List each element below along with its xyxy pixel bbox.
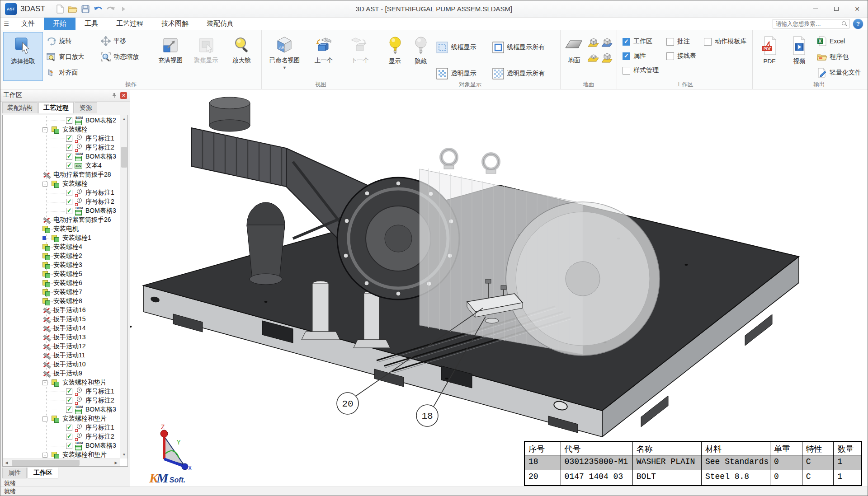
tree-item[interactable]: 序号标注1 [3,134,120,143]
open-file-button[interactable] [66,3,79,15]
tree-item[interactable]: 安装螺栓和垫片 [3,414,120,423]
checkbox-style-manager[interactable]: 样式管理 [623,66,665,75]
hide-button[interactable]: 隐藏 [409,32,433,81]
tab-resources[interactable]: 资源 [75,102,97,113]
tree-item[interactable]: 安装螺栓3 [3,261,120,270]
tree-checkbox[interactable] [66,208,72,214]
tree-item[interactable]: 电动拧紧套筒扳手28 [3,170,120,179]
tree-item[interactable]: 序号标注2 [3,396,120,405]
search-icon[interactable] [841,21,847,27]
tree-checkbox[interactable] [66,163,72,169]
checkbox-annotation[interactable]: 批注 [666,37,702,46]
tree-item[interactable]: 安装螺栓和垫片 [3,378,120,387]
tab-assembly-simulation[interactable]: 装配仿真 [198,18,243,30]
tree-item[interactable]: 安装螺栓4 [3,243,120,252]
tree-item[interactable]: 扳手活动16 [3,306,120,315]
previous-view-button[interactable]: 上一个 [307,32,341,81]
tree-item[interactable]: 扳手活动12 [3,342,120,351]
export-video-button[interactable]: 视频 [785,32,813,81]
new-file-button[interactable] [54,3,66,15]
export-package-button[interactable]: 程序包 [815,50,868,64]
tree-item[interactable]: 安装螺栓5 [3,270,120,279]
select-pick-button[interactable]: 选择拾取 [3,32,43,81]
bom-table-row[interactable]: 18 0301235800-M1 WASHER PLAIN See Standa… [525,455,861,470]
search-input[interactable] [776,21,841,27]
close-button[interactable]: ✕ [847,0,868,17]
3d-viewport[interactable]: 20 18 Z Y X KMSoft. [130,89,868,487]
tree-item[interactable]: 安装电机 [3,225,120,234]
tree-checkbox[interactable] [66,136,72,142]
tab-tech-illustration[interactable]: 技术图解 [152,18,198,30]
tree-item[interactable]: 安装螺栓 [3,179,120,188]
tab-tools[interactable]: 工具 [75,18,107,30]
tree-item[interactable]: 安装螺栓2 [3,252,120,261]
tree-item[interactable]: BOM表格3 [3,206,120,215]
tree-item[interactable]: BOM表格2 [3,116,120,125]
horizontal-scroll-thumb[interactable] [12,460,80,466]
rotate-button[interactable]: 旋转 [45,34,98,48]
motor[interactable] [420,150,660,356]
minimize-button[interactable] [805,0,826,17]
tab-file[interactable]: 文件 [12,18,44,30]
tree-item[interactable]: 安装螺栓8 [3,297,120,306]
tab-home[interactable]: 开始 [44,18,75,30]
tree-item[interactable]: BOM表格3 [3,152,120,161]
tree-vertical-scrollbar[interactable]: ▲ ▼ [120,115,127,459]
bom-table-row[interactable]: 20 0147 1404 03 BOLT Steel 8.8 0 C 1 [525,470,861,485]
tree-item[interactable]: 扳手活动15 [3,315,120,324]
tree-horizontal-scrollbar[interactable]: ◀ ▶ [3,459,120,466]
ground-under-cube-yellow-button[interactable] [588,37,599,48]
tree-item[interactable]: 安装螺栓 [3,125,120,134]
pan-button[interactable]: 平移 [99,34,152,48]
tree-item[interactable]: 电动拧紧套筒扳手26 [3,215,120,225]
tree-checkbox[interactable] [66,145,72,151]
balloon-18[interactable]: 18 [416,405,438,426]
tree-checkbox[interactable] [66,398,72,404]
dynamic-zoom-button[interactable]: 动态缩放 [99,50,152,64]
checkbox-action-template-library[interactable]: 动作模板库 [704,37,750,46]
checkbox-workspace[interactable]: 工作区 [623,37,665,46]
show-button[interactable]: 显示 [383,32,407,81]
ground-top-cube-button[interactable] [601,52,613,63]
tab-workspace[interactable]: 工作区 [28,468,58,478]
undo-button[interactable] [92,3,104,15]
tree-expander-icon[interactable] [42,182,47,187]
tree-item[interactable]: 安装螺栓和垫片 [3,450,120,459]
focus-display-button[interactable]: 聚焦显示 [189,32,223,81]
tree-checkbox[interactable] [66,388,72,395]
tree-item[interactable]: 安装螺栓6 [3,279,120,288]
pump-assembly-scene[interactable]: 20 18 Z Y X [130,89,868,487]
tab-properties[interactable]: 属性 [2,468,27,478]
tree-item[interactable]: 序号标注1 [3,188,120,197]
tree-checkbox[interactable] [66,443,72,449]
magnifier-button[interactable]: 放大镜 [225,32,259,81]
named-views-button[interactable]: AB 已命名视图 ▼ [264,32,305,81]
tree-expander-icon[interactable] [42,127,47,132]
tree-item[interactable]: 序号标注2 [3,143,120,152]
tab-assembly-structure[interactable]: 装配结构 [2,102,38,113]
tree-checkbox[interactable] [66,154,72,160]
tree-checkbox[interactable] [66,407,72,413]
tree-checkbox[interactable] [66,434,72,440]
tree-item[interactable]: 扳手活动11 [3,351,120,360]
vertical-scroll-thumb[interactable] [121,147,127,168]
tree-item[interactable]: BOM表格3 [3,405,120,414]
tree-item[interactable]: 安装螺栓7 [3,288,120,297]
pin-icon[interactable] [111,92,118,99]
menu-hamburger-icon[interactable]: ☰ [0,18,12,30]
tree-item[interactable]: BOM表格3 [3,441,120,450]
balloon-20[interactable]: 20 [337,393,359,414]
tree-item[interactable]: 扳手活动13 [3,333,120,342]
tree-item[interactable]: 序号标注2 [3,432,120,441]
export-pdf-button[interactable]: PDF PDF [755,32,783,81]
maximize-button[interactable] [826,0,847,17]
panel-close-icon[interactable]: ✕ [120,92,127,99]
tree-item[interactable]: 扳手活动9 [3,369,120,378]
tree-expander-icon[interactable] [42,416,47,421]
export-excel-button[interactable]: X Excel [815,34,868,48]
scroll-right-icon[interactable]: ▶ [112,459,120,467]
wireframe-all-button[interactable]: 线框显示所有 [491,37,557,58]
tab-process[interactable]: 工艺过程 [38,102,74,113]
window-zoom-button[interactable]: 窗口放大 [45,50,98,64]
checkbox-properties[interactable]: 属性 [623,52,665,60]
